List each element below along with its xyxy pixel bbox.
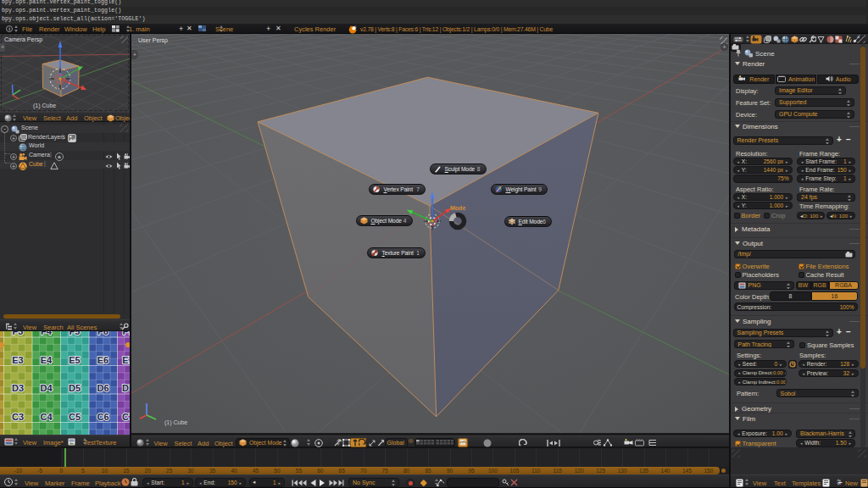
svg-text:F7: F7	[123, 331, 130, 336]
svg-text:D5: D5	[69, 383, 81, 393]
svg-text:D6: D6	[97, 383, 108, 393]
svg-text:D3: D3	[12, 383, 24, 393]
svg-text:C5: C5	[69, 412, 81, 422]
svg-text:E4: E4	[41, 355, 53, 365]
svg-text:C7: C7	[122, 412, 130, 422]
svg-text:E5: E5	[69, 355, 80, 365]
svg-text:D4: D4	[40, 383, 53, 393]
svg-text:F5: F5	[70, 331, 81, 336]
svg-text:F4: F4	[41, 331, 53, 336]
svg-text:C4: C4	[40, 412, 53, 422]
svg-text:C6: C6	[97, 412, 108, 422]
svg-text:E6: E6	[97, 355, 108, 365]
svg-text:D7: D7	[122, 383, 130, 393]
svg-text:E7: E7	[122, 355, 130, 365]
svg-text:E3: E3	[12, 355, 23, 365]
svg-text:C3: C3	[12, 412, 24, 422]
svg-text:F6: F6	[97, 331, 108, 336]
svg-text:F3: F3	[13, 331, 24, 336]
